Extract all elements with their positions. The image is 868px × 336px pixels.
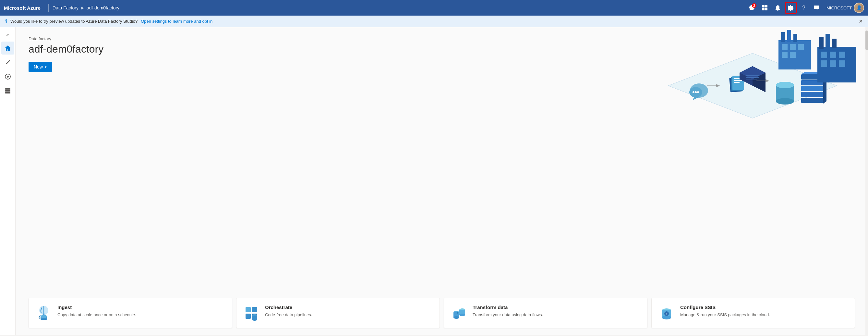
user-menu[interactable]: MICROSOFT 👤 bbox=[827, 3, 864, 13]
svg-rect-40 bbox=[801, 98, 823, 103]
svg-point-69 bbox=[40, 315, 47, 318]
breadcrumb-part1[interactable]: Data Factory bbox=[53, 5, 79, 10]
new-button[interactable]: New ▾ bbox=[29, 62, 52, 72]
content-subtitle: Data factory bbox=[29, 36, 855, 41]
new-button-label: New bbox=[34, 64, 43, 69]
svg-point-35 bbox=[776, 82, 794, 88]
notifications-button[interactable] bbox=[772, 2, 784, 13]
svg-rect-2 bbox=[762, 8, 765, 10]
orchestrate-card-title: Orchestrate bbox=[265, 305, 312, 310]
top-nav: Microsoft Azure Data Factory ▶ adf-dem0f… bbox=[0, 0, 868, 16]
breadcrumb-part2: adf-dem0factory bbox=[87, 5, 119, 10]
transform-card-desc: Transform your data using data flows. bbox=[473, 312, 543, 318]
sidebar-item-author[interactable] bbox=[1, 56, 14, 69]
breadcrumb-separator: ▶ bbox=[81, 5, 84, 10]
nav-divider bbox=[48, 4, 49, 12]
ingest-card-title: Ingest bbox=[57, 305, 136, 310]
ssis-card-desc: Manage & run your SSIS packages in the c… bbox=[680, 312, 770, 318]
sidebar-item-monitor[interactable] bbox=[1, 70, 14, 83]
svg-point-86 bbox=[662, 315, 671, 319]
orchestrate-card-desc: Code-free data pipelines. bbox=[265, 312, 312, 318]
svg-point-5 bbox=[7, 76, 9, 78]
svg-rect-39 bbox=[801, 92, 823, 97]
chevron-down-icon: ▾ bbox=[45, 65, 47, 69]
svg-rect-70 bbox=[246, 307, 251, 312]
transform-card[interactable]: Transform data Transform your data using… bbox=[444, 298, 647, 328]
svg-rect-6 bbox=[5, 88, 10, 90]
transform-icon bbox=[451, 305, 467, 321]
svg-point-17 bbox=[695, 91, 697, 93]
info-icon: ℹ bbox=[5, 18, 7, 24]
svg-rect-38 bbox=[801, 86, 823, 91]
help-button[interactable]: ? bbox=[798, 2, 810, 13]
svg-text:✦: ✦ bbox=[665, 313, 668, 315]
sidebar: » bbox=[0, 27, 16, 335]
settings-button[interactable] bbox=[785, 2, 797, 13]
svg-point-76 bbox=[252, 318, 257, 321]
ssis-icon: ✦ bbox=[658, 305, 675, 321]
orchestrate-icon bbox=[243, 305, 260, 321]
svg-rect-1 bbox=[765, 5, 768, 7]
svg-rect-0 bbox=[762, 5, 765, 7]
orchestrate-card[interactable]: Orchestrate Code-free data pipelines. bbox=[236, 298, 440, 328]
svg-point-82 bbox=[459, 314, 465, 316]
help-icon: ? bbox=[802, 4, 805, 11]
user-label: MICROSOFT bbox=[827, 5, 852, 10]
ingest-card-desc: Copy data at scale once or on a schedule… bbox=[57, 312, 136, 318]
cards-row: Ingest Copy data at scale once or on a s… bbox=[16, 291, 868, 335]
transform-card-title: Transform data bbox=[473, 305, 543, 310]
svg-rect-72 bbox=[246, 314, 251, 319]
svg-point-18 bbox=[697, 91, 699, 93]
svg-marker-19 bbox=[692, 97, 699, 100]
ingest-card[interactable]: Ingest Copy data at scale once or on a s… bbox=[29, 298, 232, 328]
ingest-card-content: Ingest Copy data at scale once or on a s… bbox=[57, 305, 136, 318]
sidebar-item-home[interactable] bbox=[1, 41, 14, 55]
svg-rect-71 bbox=[252, 307, 257, 312]
main-content: Data factory adf-dem0factory New ▾ bbox=[16, 27, 868, 335]
svg-point-79 bbox=[454, 316, 459, 319]
brand-label: Microsoft Azure bbox=[4, 5, 44, 11]
chat-button[interactable]: 2 bbox=[746, 2, 758, 13]
content-title: adf-dem0factory bbox=[29, 43, 855, 55]
banner-text: Would you like to try preview updates to… bbox=[10, 19, 137, 24]
banner-close[interactable]: ✕ bbox=[859, 18, 863, 24]
ssis-card-title: Configure SSIS bbox=[680, 305, 770, 310]
breadcrumb: Data Factory ▶ adf-dem0factory bbox=[53, 5, 119, 10]
svg-point-16 bbox=[692, 91, 694, 93]
svg-point-34 bbox=[776, 98, 794, 105]
feedback-button[interactable] bbox=[811, 2, 823, 13]
transform-card-content: Transform data Transform your data using… bbox=[473, 305, 543, 318]
orchestrate-card-content: Orchestrate Code-free data pipelines. bbox=[265, 305, 312, 318]
content-header: Data factory adf-dem0factory New ▾ bbox=[16, 27, 868, 79]
main-layout: » bbox=[0, 27, 868, 335]
sidebar-item-manage[interactable] bbox=[1, 84, 14, 97]
ingest-icon bbox=[35, 305, 52, 321]
info-banner: ℹ Would you like to try preview updates … bbox=[0, 16, 868, 27]
svg-rect-7 bbox=[5, 90, 10, 91]
ssis-card[interactable]: ✦ Configure SSIS Manage & run your SSIS … bbox=[651, 298, 855, 328]
svg-rect-3 bbox=[765, 8, 768, 10]
portal-button[interactable] bbox=[759, 2, 771, 13]
sidebar-expand-button[interactable]: » bbox=[3, 30, 13, 39]
banner-link[interactable]: Open settings to learn more and opt in bbox=[141, 19, 213, 24]
ssis-card-content: Configure SSIS Manage & run your SSIS pa… bbox=[680, 305, 770, 318]
chat-badge: 2 bbox=[752, 3, 756, 8]
user-avatar: 👤 bbox=[854, 3, 864, 13]
svg-rect-8 bbox=[5, 92, 10, 93]
nav-icons: 2 ? MICRO bbox=[746, 2, 864, 13]
